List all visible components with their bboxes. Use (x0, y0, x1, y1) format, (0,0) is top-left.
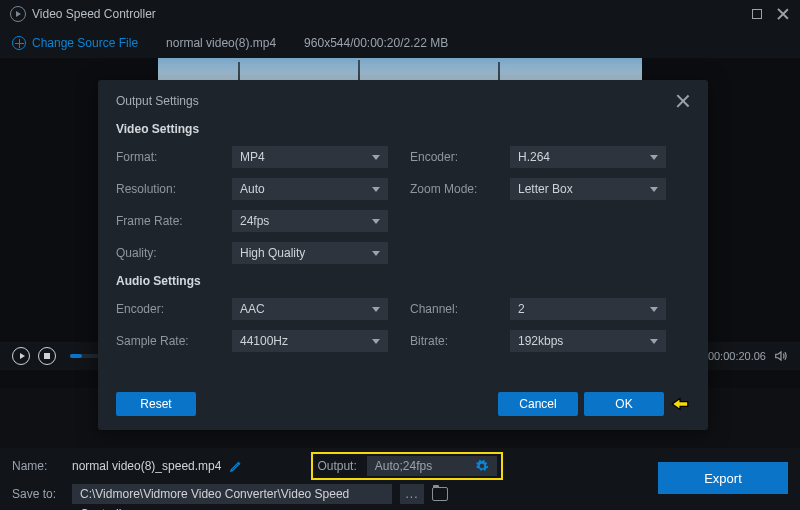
chevron-down-icon (372, 251, 380, 256)
chevron-down-icon (650, 307, 658, 312)
video-encoder-label: Encoder: (410, 150, 510, 164)
plus-circle-icon (12, 36, 26, 50)
app-title: Video Speed Controller (32, 7, 156, 21)
audio-encoder-select[interactable]: AAC (232, 298, 388, 320)
output-summary[interactable]: Auto;24fps (367, 456, 497, 476)
samplerate-label: Sample Rate: (116, 334, 232, 348)
title-bar: Video Speed Controller (0, 0, 800, 28)
format-label: Format: (116, 150, 232, 164)
gear-icon[interactable] (475, 459, 489, 473)
app-logo-icon (10, 6, 26, 22)
source-info: 960x544/00:00:20/2.22 MB (304, 36, 448, 50)
video-encoder-select[interactable]: H.264 (510, 146, 666, 168)
saveto-label: Save to: (12, 487, 64, 501)
change-source-label: Change Source File (32, 36, 138, 50)
zoom-mode-label: Zoom Mode: (410, 182, 510, 196)
framerate-select[interactable]: 24fps (232, 210, 388, 232)
zoom-mode-select[interactable]: Letter Box (510, 178, 666, 200)
bitrate-label: Bitrate: (410, 334, 510, 348)
channel-select[interactable]: 2 (510, 298, 666, 320)
chevron-down-icon (650, 155, 658, 160)
volume-icon[interactable] (774, 349, 788, 363)
chevron-down-icon (372, 339, 380, 344)
output-highlight-box: Output: Auto;24fps (311, 452, 502, 480)
bottom-panel: Name: normal video(8)_speed.mp4 Output: … (0, 448, 800, 510)
chevron-down-icon (650, 339, 658, 344)
audio-encoder-label: Encoder: (116, 302, 232, 316)
chevron-down-icon (372, 219, 380, 224)
export-button[interactable]: Export (658, 462, 788, 494)
framerate-label: Frame Rate: (116, 214, 232, 228)
format-select[interactable]: MP4 (232, 146, 388, 168)
bitrate-select[interactable]: 192kbps (510, 330, 666, 352)
chevron-down-icon (372, 307, 380, 312)
saveto-path[interactable]: C:\Vidmore\Vidmore Video Converter\Video… (72, 484, 392, 504)
modal-close-button[interactable] (676, 94, 690, 108)
edit-name-button[interactable] (229, 459, 243, 473)
window-close-button[interactable] (776, 7, 790, 21)
source-filename: normal video(8).mp4 (166, 36, 276, 50)
chevron-down-icon (372, 155, 380, 160)
channel-label: Channel: (410, 302, 510, 316)
source-bar: Change Source File normal video(8).mp4 9… (0, 28, 800, 58)
playback-time: 00:00:20.06 (708, 350, 766, 362)
change-source-button[interactable]: Change Source File (12, 36, 138, 50)
output-label: Output: (317, 459, 356, 473)
browse-button[interactable]: ... (400, 484, 424, 504)
samplerate-select[interactable]: 44100Hz (232, 330, 388, 352)
cancel-button[interactable]: Cancel (498, 392, 578, 416)
video-settings-heading: Video Settings (116, 122, 690, 136)
window-maximize-button[interactable] (750, 7, 764, 21)
play-button[interactable] (12, 347, 30, 365)
modal-title: Output Settings (116, 94, 199, 108)
chevron-down-icon (650, 187, 658, 192)
reset-button[interactable]: Reset (116, 392, 196, 416)
quality-select[interactable]: High Quality (232, 242, 388, 264)
name-label: Name: (12, 459, 64, 473)
resolution-label: Resolution: (116, 182, 232, 196)
output-settings-dialog: Output Settings Video Settings Format: M… (98, 80, 708, 430)
quality-label: Quality: (116, 246, 232, 260)
chevron-down-icon (372, 187, 380, 192)
stop-button[interactable] (38, 347, 56, 365)
ok-button[interactable]: OK (584, 392, 664, 416)
resolution-select[interactable]: Auto (232, 178, 388, 200)
output-name: normal video(8)_speed.mp4 (72, 459, 221, 473)
open-folder-button[interactable] (432, 487, 448, 501)
audio-settings-heading: Audio Settings (116, 274, 690, 288)
callout-arrow-icon (670, 397, 690, 411)
